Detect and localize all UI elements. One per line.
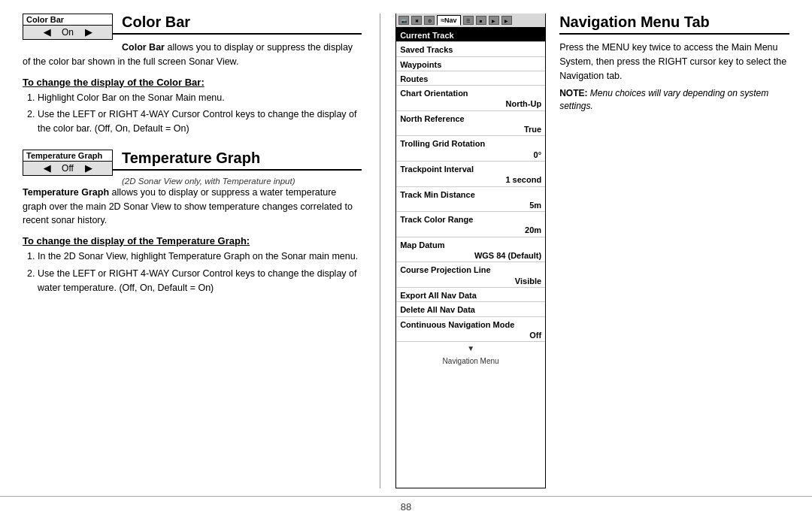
color-bar-step-2: Use the LEFT or RIGHT 4-WAY Cursor Contr… [38,107,362,136]
nav-menu-label: Navigation Menu [396,355,545,367]
nav-menu-item-value: 20m [400,225,541,235]
color-bar-control[interactable]: ◀ On ▶ [23,26,112,39]
temp-graph-widget: Temperature Graph ◀ Off ▶ [23,150,113,176]
nav-menu-item-value: Off [400,330,541,340]
temp-graph-left-arrow[interactable]: ◀ [44,163,50,174]
nav-tab-active[interactable]: ≈Nav [437,15,460,26]
nav-menu-item[interactable]: Course Projection LineVisible [396,262,545,288]
nav-description: Press the MENU key twice to access the M… [559,41,789,83]
nav-menu-footer: ▼ [396,342,545,355]
nav-menu-item[interactable]: Continuous Navigation ModeOff [396,317,545,343]
nav-menu-item[interactable]: Track Min Distance5m [396,187,545,213]
page: Color Bar ◀ On ▶ Color Bar Color Bar all… [0,0,812,517]
nav-menu-item[interactable]: Trolling Grid Rotation0° [396,136,545,162]
temp-graph-widget-label: Temperature Graph [23,150,112,162]
left-column: Color Bar ◀ On ▶ Color Bar Color Bar all… [23,14,380,488]
temp-graph-step-2: Use the LEFT or RIGHT 4-WAY Cursor Contr… [38,267,362,295]
menu-icon-3: ⚙ [424,16,435,25]
color-bar-desc-text: allows you to display or suppress the di… [23,42,353,67]
right-column: 📷 ✖ ⚙ ≈Nav ☰ ■ ▶ ▶ Current TrackSaved Tr… [380,14,789,488]
page-number: 88 [401,501,411,512]
nav-menu-item[interactable]: Trackpoint Interval1 second [396,162,545,187]
color-bar-step-1: Highlight Color Bar on the Sonar Main me… [38,91,362,105]
nav-menu-item[interactable]: Map DatumWGS 84 (Default) [396,237,545,263]
temp-graph-control[interactable]: ◀ Off ▶ [23,162,112,175]
temp-graph-caption: (2D Sonar View only, with Temperature in… [23,177,362,186]
nav-menu-item-value: Visible [400,276,541,286]
temp-graph-right-arrow[interactable]: ▶ [85,163,92,174]
nav-note: NOTE: Menu choices will vary depending o… [559,87,789,113]
nav-menu-item[interactable]: Waypoints [396,57,545,71]
color-bar-description: Color Bar allows you to display or suppr… [23,41,362,69]
nav-menu-item[interactable]: North ReferenceTrue [396,111,545,137]
nav-menu-item-value: 1 second [400,174,541,185]
nav-menu-item-value: North-Up [400,98,541,109]
color-bar-section: Color Bar ◀ On ▶ Color Bar Color Bar all… [23,14,362,139]
nav-menu-item[interactable]: Track Color Range20m [396,212,545,237]
nav-text-col: Navigation Menu Tab Press the MENU key t… [546,14,789,488]
nav-menu-item[interactable]: Routes [396,71,545,86]
note-label: NOTE: [559,88,587,98]
menu-icon-6: ▶ [489,16,499,25]
nav-menu-items: Current TrackSaved TracksWaypointsRoutes… [396,28,545,342]
nav-section-title: Navigation Menu Tab [559,14,789,35]
color-bar-bold: Color Bar [122,42,165,53]
nav-menu-panel: 📷 ✖ ⚙ ≈Nav ☰ ■ ▶ ▶ Current TrackSaved Tr… [395,14,546,488]
temp-graph-description: Temperature Graph allows you to display … [23,186,362,228]
color-bar-widget: Color Bar ◀ On ▶ [23,14,113,40]
color-bar-value: On [56,27,79,38]
bottom-bar: 88 [0,496,812,517]
color-bar-widget-label: Color Bar [23,14,112,26]
color-bar-change-heading: To change the display of the Color Bar: [23,77,362,88]
nav-menu-item-value: 0° [400,150,541,160]
nav-menu-item-value: True [400,124,541,135]
menu-icon-1: 📷 [398,16,409,25]
nav-menu-item[interactable]: Export All Nav Data [396,288,545,302]
temp-graph-steps: In the 2D Sonar View, highlight Temperat… [38,249,362,295]
nav-menu-item[interactable]: Current Track [396,28,545,42]
temp-graph-change-heading: To change the display of the Temperature… [23,235,362,246]
nav-menu-item[interactable]: Delete All Nav Data [396,302,545,316]
nav-menu-item-value: WGS 84 (Default) [400,250,541,261]
menu-icon-4: ☰ [463,16,474,25]
nav-menu-header: 📷 ✖ ⚙ ≈Nav ☰ ■ ▶ ▶ [396,14,545,28]
temp-graph-step-1: In the 2D Sonar View, highlight Temperat… [38,249,362,264]
temp-graph-bold: Temperature Graph [23,187,109,198]
color-bar-steps: Highlight Color Bar on the Sonar Main me… [38,91,362,136]
menu-icon-7: ▶ [501,16,512,25]
note-text: Menu choices will vary depending on syst… [559,88,768,111]
color-bar-right-arrow[interactable]: ▶ [85,27,92,38]
temp-graph-section: Temperature Graph ◀ Off ▶ Temperature Gr… [23,150,362,298]
menu-icon-5: ■ [476,16,486,25]
temp-graph-value: Off [56,163,79,174]
nav-menu-item[interactable]: Chart OrientationNorth-Up [396,86,545,111]
nav-menu-item-value: 5m [400,200,541,210]
color-bar-left-arrow[interactable]: ◀ [44,27,50,38]
nav-menu-item[interactable]: Saved Tracks [396,42,545,56]
menu-icon-2: ✖ [411,16,422,25]
